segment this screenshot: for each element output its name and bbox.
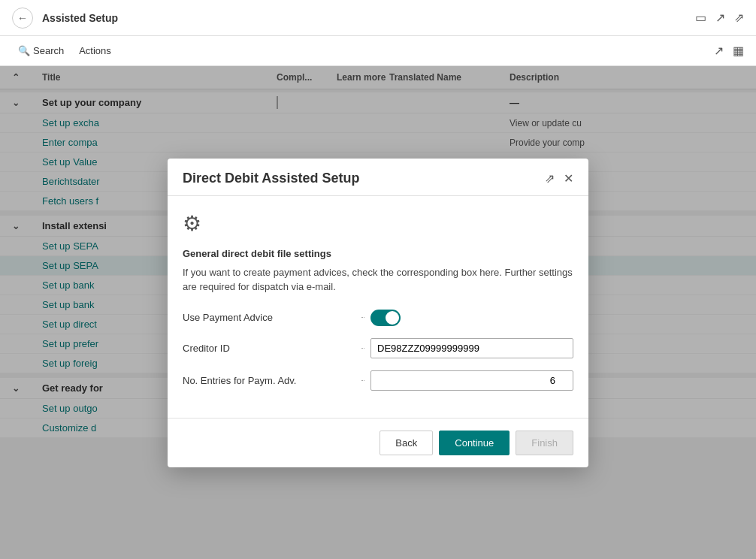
modal-overlay: Direct Debit Assisted Setup ⇗ ✕ ⚙ Genera… (0, 66, 756, 559)
form-dots-3 (361, 380, 364, 381)
payment-advice-control (370, 310, 573, 326)
creditor-id-control (370, 338, 573, 358)
toolbar-right-icons: ↗ ▦ (714, 44, 744, 58)
form-row-creditor-id: Creditor ID (183, 338, 573, 358)
form-dots-1 (361, 317, 364, 318)
search-button[interactable]: 🔍 Search (12, 42, 70, 59)
creditor-id-input[interactable] (370, 338, 573, 358)
bookmark-icon[interactable]: ▭ (695, 11, 706, 25)
toolbar-filter-icon[interactable]: ▦ (733, 44, 744, 58)
search-magnifier-icon: 🔍 (18, 45, 30, 56)
page-title: Assisted Setup (42, 12, 686, 24)
back-button[interactable]: ← (12, 8, 33, 29)
topbar-icons: ▭ ↗ ⇗ (695, 11, 744, 25)
form-row-entries: No. Entries for Paym. Adv. (183, 370, 573, 391)
search-label: Search (33, 45, 64, 56)
modal-close-icon[interactable]: ✕ (564, 171, 573, 186)
modal-header-icons: ⇗ ✕ (545, 171, 573, 186)
modal-footer: Back Continue Finish (168, 418, 588, 467)
payment-advice-label: Use Payment Advice (183, 312, 355, 323)
expand-icon[interactable]: ⇗ (734, 11, 744, 25)
modal-expand-icon[interactable]: ⇗ (545, 171, 555, 186)
modal-header: Direct Debit Assisted Setup ⇗ ✕ (168, 159, 588, 196)
continue-button[interactable]: Continue (439, 431, 510, 455)
back-button[interactable]: Back (380, 431, 433, 455)
gear-icon: ⚙ (183, 211, 573, 236)
creditor-id-label: Creditor ID (183, 343, 355, 354)
form-dots-2 (361, 348, 364, 349)
payment-advice-toggle[interactable] (370, 310, 401, 326)
back-icon: ← (17, 12, 28, 24)
modal-body: ⚙ General direct debit file settings If … (168, 196, 588, 418)
topbar: ← Assisted Setup ▭ ↗ ⇗ (0, 0, 756, 36)
entries-label: No. Entries for Paym. Adv. (183, 375, 355, 386)
form-row-payment-advice: Use Payment Advice (183, 310, 573, 326)
modal-section-title: General direct debit file settings (183, 248, 573, 259)
finish-button[interactable]: Finish (516, 431, 573, 455)
modal-direct-debit: Direct Debit Assisted Setup ⇗ ✕ ⚙ Genera… (168, 159, 588, 467)
share-icon[interactable]: ↗ (715, 11, 725, 25)
toggle-knob (386, 311, 399, 325)
actions-label: Actions (79, 45, 111, 56)
toolbar: 🔍 Search Actions ↗ ▦ (0, 36, 756, 66)
toolbar-share-icon[interactable]: ↗ (714, 44, 724, 58)
actions-button[interactable]: Actions (73, 42, 117, 59)
main-content: ⌃ Title Compl... Learn more Translated N… (0, 66, 756, 559)
entries-control (370, 370, 573, 391)
modal-section-desc: If you want to create payment advices, c… (183, 265, 573, 295)
modal-title: Direct Debit Assisted Setup (183, 171, 359, 186)
entries-input[interactable] (370, 370, 573, 391)
